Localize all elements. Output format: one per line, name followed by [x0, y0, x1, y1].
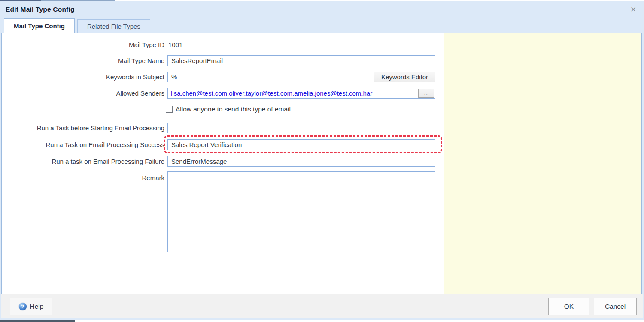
- allowed-senders-value[interactable]: lisa.chen@test.com,oliver.taylor@test.co…: [168, 88, 418, 98]
- remark-label: Remark: [2, 173, 164, 183]
- mail-type-id-label: Mail Type ID: [2, 39, 164, 50]
- keywords-editor-button[interactable]: Keywords Editor: [374, 72, 435, 82]
- help-button-label: Help: [30, 303, 44, 310]
- background-window-fragment-bottom: [0, 320, 75, 322]
- screen: Edit Mail Type Config ✕ Mail Type Config…: [0, 0, 644, 322]
- allowed-senders-input[interactable]: lisa.chen@test.com,oliver.taylor@test.co…: [167, 88, 435, 99]
- allow-anyone-label: Allow anyone to send this type of email: [176, 105, 291, 113]
- edit-mail-type-config-dialog: Edit Mail Type Config ✕ Mail Type Config…: [0, 1, 644, 320]
- tab-related-file-types[interactable]: Related File Types: [77, 19, 150, 33]
- tab-mail-type-config[interactable]: Mail Type Config: [4, 18, 75, 33]
- mail-type-name-label: Mail Type Name: [2, 55, 164, 66]
- side-panel: [444, 33, 641, 294]
- task-before-label: Run a Task before Starting Email Process…: [2, 123, 164, 133]
- ok-button[interactable]: OK: [548, 298, 589, 315]
- help-question-icon: ?: [19, 303, 27, 310]
- cancel-button[interactable]: Cancel: [594, 298, 637, 315]
- task-before-input[interactable]: [167, 123, 435, 133]
- task-success-input[interactable]: [167, 139, 435, 150]
- dialog-titlebar: Edit Mail Type Config ✕: [0, 1, 644, 18]
- keywords-in-subject-input[interactable]: [167, 72, 371, 82]
- remark-textarea[interactable]: [167, 171, 435, 252]
- task-success-label: Run a Task on Email Processing Success: [2, 139, 164, 150]
- keywords-in-subject-label: Keywords in Subject: [2, 72, 164, 82]
- task-failure-label: Run a task on Email Processing Failure: [2, 156, 164, 167]
- allowed-senders-label: Allowed Senders: [2, 88, 164, 99]
- dialog-title: Edit Mail Type Config: [6, 1, 75, 18]
- task-failure-input[interactable]: [167, 156, 435, 167]
- dialog-footer: ? Help OK Cancel: [1, 294, 643, 318]
- tab-strip: Mail Type Config Related File Types: [4, 18, 150, 33]
- mail-type-name-input[interactable]: [167, 55, 435, 66]
- allowed-senders-browse-button[interactable]: ...: [418, 89, 434, 98]
- allow-anyone-row: Allow anyone to send this type of email: [166, 105, 291, 113]
- close-icon[interactable]: ✕: [628, 4, 638, 15]
- mail-type-id-value: 1001: [168, 40, 182, 50]
- tab-page-mail-type-config: Mail Type ID 1001 Mail Type Name Keyword…: [1, 33, 642, 294]
- help-button[interactable]: ? Help: [10, 298, 52, 315]
- allow-anyone-checkbox[interactable]: [166, 106, 173, 113]
